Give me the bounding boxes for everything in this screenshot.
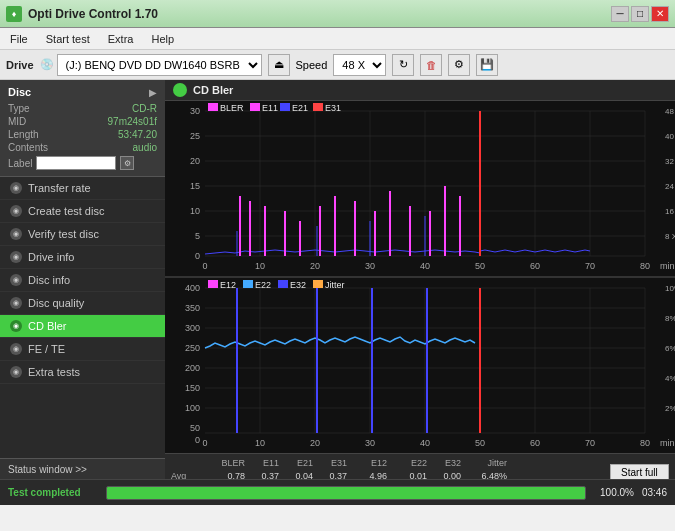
elapsed-time: 03:46 <box>642 487 667 498</box>
sidebar: Disc ▶ Type CD-R MID 97m24s01f Length 53… <box>0 80 165 479</box>
disc-type-label: Type <box>8 103 30 114</box>
svg-text:10: 10 <box>190 206 200 216</box>
sidebar-item-cd-bler[interactable]: ◉ CD Bler <box>0 315 165 338</box>
svg-text:150: 150 <box>185 383 200 393</box>
fe-te-icon: ◉ <box>10 343 22 355</box>
menu-start-test[interactable]: Start test <box>42 32 94 46</box>
menu-file[interactable]: File <box>6 32 32 46</box>
disc-panel-title: Disc <box>8 86 31 98</box>
svg-text:10: 10 <box>255 261 265 271</box>
sidebar-item-disc-quality[interactable]: ◉ Disc quality <box>0 292 165 315</box>
sidebar-item-label-transfer-rate: Transfer rate <box>28 182 91 194</box>
stats-header-bler: BLER <box>203 458 245 468</box>
svg-text:20: 20 <box>190 156 200 166</box>
sidebar-item-label-verify-test-disc: Verify test disc <box>28 228 99 240</box>
disc-type-value: CD-R <box>132 103 157 114</box>
svg-rect-118 <box>313 280 323 288</box>
menu-extra[interactable]: Extra <box>104 32 138 46</box>
stats-wrapper: BLER E11 E21 E31 E12 E22 E32 Jitter Avg … <box>171 458 669 479</box>
maximize-button[interactable]: □ <box>631 6 649 22</box>
svg-text:BLER: BLER <box>220 103 244 113</box>
sidebar-item-verify-test-disc[interactable]: ◉ Verify test disc <box>0 223 165 246</box>
status-bar: Test completed 100.0% 03:46 <box>0 479 675 505</box>
disc-label-label: Label <box>8 158 32 169</box>
svg-text:40: 40 <box>420 261 430 271</box>
svg-text:Jitter: Jitter <box>325 280 345 290</box>
start-full-button[interactable]: Start full <box>610 464 669 479</box>
svg-text:350: 350 <box>185 303 200 313</box>
disc-label-input[interactable] <box>36 156 116 170</box>
charts-area: 30 25 20 15 10 5 0 0 10 20 30 40 50 60 7… <box>165 101 675 453</box>
stats-header-e32: E32 <box>427 458 461 468</box>
speed-label: Speed <box>296 59 328 71</box>
svg-text:5: 5 <box>195 231 200 241</box>
extra-tests-icon: ◉ <box>10 366 22 378</box>
svg-text:70: 70 <box>585 261 595 271</box>
svg-text:E12: E12 <box>220 280 236 290</box>
stats-header-e21: E21 <box>279 458 313 468</box>
stats-header-e12: E12 <box>347 458 387 468</box>
refresh-button[interactable]: ↻ <box>392 54 414 76</box>
svg-text:25: 25 <box>190 131 200 141</box>
svg-rect-114 <box>243 280 253 288</box>
svg-text:15: 15 <box>190 181 200 191</box>
eject-button[interactable]: ⏏ <box>268 54 290 76</box>
jitter-chart-container: 400 350 300 250 200 150 100 50 0 0 10 20… <box>165 278 675 453</box>
sidebar-menu: ◉ Transfer rate ◉ Create test disc ◉ Ver… <box>0 177 165 458</box>
bler-chart: 30 25 20 15 10 5 0 0 10 20 30 40 50 60 7… <box>165 101 675 276</box>
sidebar-item-disc-info[interactable]: ◉ Disc info <box>0 269 165 292</box>
erase-button[interactable]: 🗑 <box>420 54 442 76</box>
stats-avg-e32: 0.00 <box>427 471 461 479</box>
chart-title-text: CD Bler <box>193 84 233 96</box>
jitter-chart: 400 350 300 250 200 150 100 50 0 0 10 20… <box>165 278 675 453</box>
svg-text:30: 30 <box>365 438 375 448</box>
svg-text:10: 10 <box>255 438 265 448</box>
save-button[interactable]: 💾 <box>476 54 498 76</box>
progress-percent: 100.0% <box>594 487 634 498</box>
menu-help[interactable]: Help <box>147 32 178 46</box>
svg-text:16 X: 16 X <box>665 207 675 216</box>
bler-chart-container: 30 25 20 15 10 5 0 0 10 20 30 40 50 60 7… <box>165 101 675 276</box>
stats-avg-bler: 0.78 <box>203 471 245 479</box>
svg-text:200: 200 <box>185 363 200 373</box>
svg-text:min: min <box>660 261 675 271</box>
svg-text:100: 100 <box>185 403 200 413</box>
chart-title-bar: CD Bler <box>165 80 675 101</box>
sidebar-item-label-extra-tests: Extra tests <box>28 366 80 378</box>
progress-bar-fill <box>107 487 585 499</box>
disc-collapse-arrow[interactable]: ▶ <box>149 87 157 98</box>
svg-text:20: 20 <box>310 438 320 448</box>
svg-text:0: 0 <box>195 435 200 445</box>
sidebar-item-fe-te[interactable]: ◉ FE / TE <box>0 338 165 361</box>
stats-avg-jitter: 6.48% <box>461 471 507 479</box>
stats-header-e31: E31 <box>313 458 347 468</box>
svg-text:E31: E31 <box>325 103 341 113</box>
sidebar-item-label-drive-info: Drive info <box>28 251 74 263</box>
disc-mid-value: 97m24s01f <box>108 116 157 127</box>
stats-table: BLER E11 E21 E31 E12 E22 E32 Jitter Avg … <box>171 458 606 479</box>
svg-text:4%: 4% <box>665 374 675 383</box>
transfer-rate-icon: ◉ <box>10 182 22 194</box>
minimize-button[interactable]: ─ <box>611 6 629 22</box>
speed-select[interactable]: 48 X <box>333 54 386 76</box>
sidebar-item-transfer-rate[interactable]: ◉ Transfer rate <box>0 177 165 200</box>
sidebar-item-create-test-disc[interactable]: ◉ Create test disc <box>0 200 165 223</box>
stats-header-blank <box>171 458 203 468</box>
status-window-button[interactable]: Status window >> <box>0 458 165 479</box>
svg-text:8 X: 8 X <box>665 232 675 241</box>
svg-text:E11: E11 <box>262 103 278 113</box>
svg-text:E21: E21 <box>292 103 308 113</box>
sidebar-item-label-fe-te: FE / TE <box>28 343 65 355</box>
settings-button[interactable]: ⚙ <box>448 54 470 76</box>
svg-rect-64 <box>313 103 323 111</box>
drive-select[interactable]: (J:) BENQ DVD DD DW1640 BSRB <box>57 54 262 76</box>
disc-length-label: Length <box>8 129 39 140</box>
stats-avg-e31: 0.37 <box>313 471 347 479</box>
cd-bler-icon: ◉ <box>10 320 22 332</box>
sidebar-item-drive-info[interactable]: ◉ Drive info <box>0 246 165 269</box>
stats-header-row: BLER E11 E21 E31 E12 E22 E32 Jitter <box>171 458 606 470</box>
close-button[interactable]: ✕ <box>651 6 669 22</box>
stats-header-e11: E11 <box>245 458 279 468</box>
sidebar-item-extra-tests[interactable]: ◉ Extra tests <box>0 361 165 384</box>
disc-label-settings-button[interactable]: ⚙ <box>120 156 134 170</box>
